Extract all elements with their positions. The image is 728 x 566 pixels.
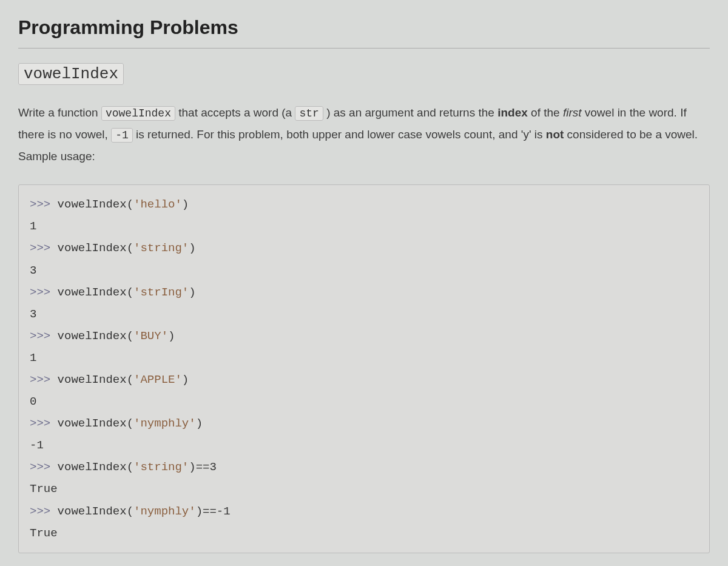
repl-output: -1 [30, 439, 44, 452]
repl-prompt: >>> [30, 460, 58, 474]
repl-string-arg: 'strIng' [133, 286, 189, 299]
repl-call-end: ) [182, 373, 189, 386]
repl-output: True [30, 482, 58, 496]
repl-output: 1 [30, 351, 36, 365]
repl-call: vowelIndex( [58, 286, 133, 299]
repl-string-arg: 'BUY' [133, 329, 168, 343]
repl-output: 3 [30, 264, 36, 277]
document-container: Programming Problems vowelIndex Write a … [18, 12, 710, 553]
desc-text: Write a function [18, 106, 101, 119]
desc-em-first: first [563, 106, 582, 119]
repl-prompt: >>> [30, 505, 58, 518]
repl-prompt: >>> [30, 329, 58, 343]
desc-text: is returned. For this problem, both uppe… [133, 128, 546, 141]
repl-prompt: >>> [30, 417, 58, 430]
inline-code-str: str [295, 106, 323, 121]
desc-bold-index: index [497, 106, 528, 119]
repl-string-arg: 'nymphly' [133, 505, 196, 518]
repl-string-arg: 'string' [133, 241, 189, 255]
repl-prompt: >>> [30, 198, 58, 211]
desc-text: that accepts a word (a [175, 106, 295, 119]
repl-call: vowelIndex( [58, 241, 133, 255]
inline-code-neg1: -1 [111, 128, 133, 143]
repl-prompt: >>> [30, 241, 58, 255]
repl-prompt: >>> [30, 286, 58, 299]
repl-string-arg: 'APPLE' [133, 373, 182, 386]
desc-text: of the [528, 106, 563, 119]
function-heading: vowelIndex [18, 59, 710, 87]
repl-call: vowelIndex( [58, 329, 133, 343]
repl-string-arg: 'hello' [133, 198, 182, 211]
problem-description: Write a function vowelIndex that accepts… [18, 102, 710, 167]
repl-output: 3 [30, 308, 36, 321]
repl-call-end: ) [196, 417, 203, 430]
repl-call: vowelIndex( [58, 505, 133, 518]
repl-call-end: )==3 [189, 460, 217, 474]
desc-bold-not: not [546, 128, 564, 141]
repl-output: 0 [30, 395, 36, 408]
repl-output: True [30, 527, 58, 540]
repl-call-end: ) [189, 241, 195, 255]
page-heading: Programming Problems [18, 12, 710, 49]
repl-call: vowelIndex( [58, 417, 133, 430]
repl-call: vowelIndex( [58, 460, 133, 474]
repl-string-arg: 'string' [133, 460, 189, 474]
repl-string-arg: 'nymphly' [133, 417, 196, 430]
desc-text: ) as an argument and returns the [323, 106, 497, 119]
inline-code-function: vowelIndex [101, 106, 175, 121]
repl-call: vowelIndex( [58, 373, 133, 386]
repl-output: 1 [30, 220, 36, 233]
repl-call-end: ) [168, 329, 175, 343]
repl-call-end: ) [182, 198, 189, 211]
repl-call: vowelIndex( [58, 198, 133, 211]
repl-call-end: )==-1 [196, 505, 231, 518]
function-name-code: vowelIndex [18, 63, 124, 85]
repl-call-end: ) [189, 286, 195, 299]
sample-usage-code-block: >>> vowelIndex('hello') 1 >>> vowelIndex… [18, 184, 710, 553]
repl-prompt: >>> [30, 373, 58, 386]
